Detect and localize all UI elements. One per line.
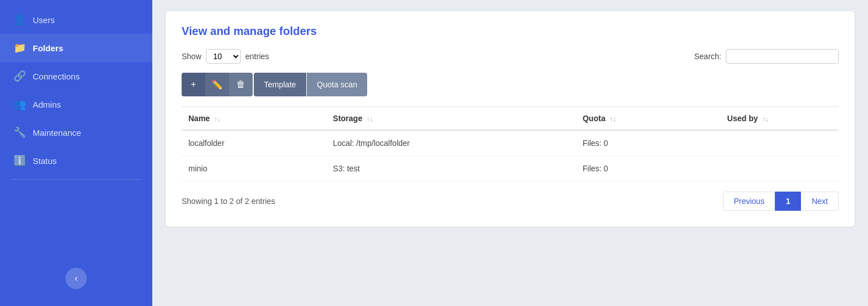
search-label: Search: xyxy=(694,52,721,61)
cell-name: minio xyxy=(182,156,326,181)
cell-storage: Local: /tmp/localfolder xyxy=(326,130,576,156)
sidebar-item-label: Connections xyxy=(33,72,80,81)
show-entries-control: Show 10 25 50 100 entries xyxy=(182,49,269,64)
table-row[interactable]: localfolder Local: /tmp/localfolder File… xyxy=(182,130,839,156)
add-button[interactable]: + xyxy=(182,73,205,96)
pagination-controls: Previous 1 Next xyxy=(723,192,839,211)
folders-icon: 📁 xyxy=(14,42,26,54)
col-header-name: Name ↑↓ xyxy=(182,107,326,131)
sort-icon-usedby[interactable]: ↑↓ xyxy=(763,116,769,122)
connections-icon: 🔗 xyxy=(14,70,26,82)
cell-quota: Files: 0 xyxy=(576,130,720,156)
cell-usedby xyxy=(720,130,839,156)
search-input[interactable] xyxy=(726,49,839,64)
users-icon: 👤 xyxy=(14,14,26,26)
page-title: View and manage folders xyxy=(182,25,839,38)
pagination-info: Showing 1 to 2 of 2 entries xyxy=(182,197,275,206)
sort-icon-quota[interactable]: ↑↓ xyxy=(610,116,616,122)
toolbar-row: Show 10 25 50 100 entries Search: xyxy=(182,49,839,64)
col-header-storage: Storage ↑↓ xyxy=(326,107,576,131)
delete-button[interactable]: 🗑 xyxy=(229,73,253,96)
table-body: localfolder Local: /tmp/localfolder File… xyxy=(182,130,839,181)
pagination-row: Showing 1 to 2 of 2 entries Previous 1 N… xyxy=(182,192,839,211)
trash-icon: 🗑 xyxy=(236,79,245,90)
edit-icon: ✏️ xyxy=(212,79,223,90)
previous-button[interactable]: Previous xyxy=(723,192,775,211)
sidebar-item-label: Folders xyxy=(33,43,63,53)
cell-storage: S3: test xyxy=(326,156,576,181)
sidebar-item-folders[interactable]: 📁 Folders xyxy=(0,34,152,62)
sidebar-collapse-area: ‹ xyxy=(0,268,152,289)
search-row: Search: xyxy=(694,49,839,64)
sort-icon-name[interactable]: ↑↓ xyxy=(214,116,221,122)
sidebar-item-label: Users xyxy=(33,15,55,25)
entries-label: entries xyxy=(245,52,269,61)
cell-quota: Files: 0 xyxy=(576,156,720,181)
edit-button[interactable]: ✏️ xyxy=(205,73,229,96)
sidebar-item-connections[interactable]: 🔗 Connections xyxy=(0,62,152,90)
sidebar-item-users[interactable]: 👤 Users xyxy=(0,6,152,34)
admins-icon: 👥 xyxy=(14,98,26,110)
col-header-usedby: Used by ↑↓ xyxy=(720,107,839,131)
chevron-left-icon: ‹ xyxy=(74,273,77,283)
template-button[interactable]: Template xyxy=(254,73,306,96)
status-icon: ℹ️ xyxy=(14,154,26,167)
sort-icon-storage[interactable]: ↑↓ xyxy=(367,116,373,122)
plus-icon: + xyxy=(191,79,196,90)
sidebar-item-admins[interactable]: 👥 Admins xyxy=(0,90,152,118)
folders-card: View and manage folders Show 10 25 50 10… xyxy=(166,11,854,227)
next-button[interactable]: Next xyxy=(801,192,839,211)
sidebar-item-status[interactable]: ℹ️ Status xyxy=(0,147,152,175)
sidebar-divider xyxy=(11,179,141,180)
action-buttons: + ✏️ 🗑 Template Quota scan xyxy=(182,73,839,96)
folders-table: Name ↑↓ Storage ↑↓ Quota ↑↓ Used by ↑↓ xyxy=(182,107,839,181)
page-1-button[interactable]: 1 xyxy=(775,192,801,211)
sidebar-collapse-button[interactable]: ‹ xyxy=(65,268,87,289)
sidebar: 👤 Users 📁 Folders 🔗 Connections 👥 Admins… xyxy=(0,0,152,306)
sidebar-item-label: Maintenance xyxy=(33,128,81,138)
sidebar-item-label: Admins xyxy=(33,100,61,109)
sidebar-item-label: Status xyxy=(33,156,57,166)
show-label: Show xyxy=(182,52,201,61)
sidebar-item-maintenance[interactable]: 🔧 Maintenance xyxy=(0,118,152,147)
cell-usedby xyxy=(720,156,839,181)
col-header-quota: Quota ↑↓ xyxy=(576,107,720,131)
quota-scan-button[interactable]: Quota scan xyxy=(307,73,368,96)
table-header-row: Name ↑↓ Storage ↑↓ Quota ↑↓ Used by ↑↓ xyxy=(182,107,839,131)
cell-name: localfolder xyxy=(182,130,326,156)
main-content: View and manage folders Show 10 25 50 10… xyxy=(152,0,868,306)
entries-select[interactable]: 10 25 50 100 xyxy=(206,49,241,64)
maintenance-icon: 🔧 xyxy=(14,126,26,139)
table-row[interactable]: minio S3: test Files: 0 xyxy=(182,156,839,181)
